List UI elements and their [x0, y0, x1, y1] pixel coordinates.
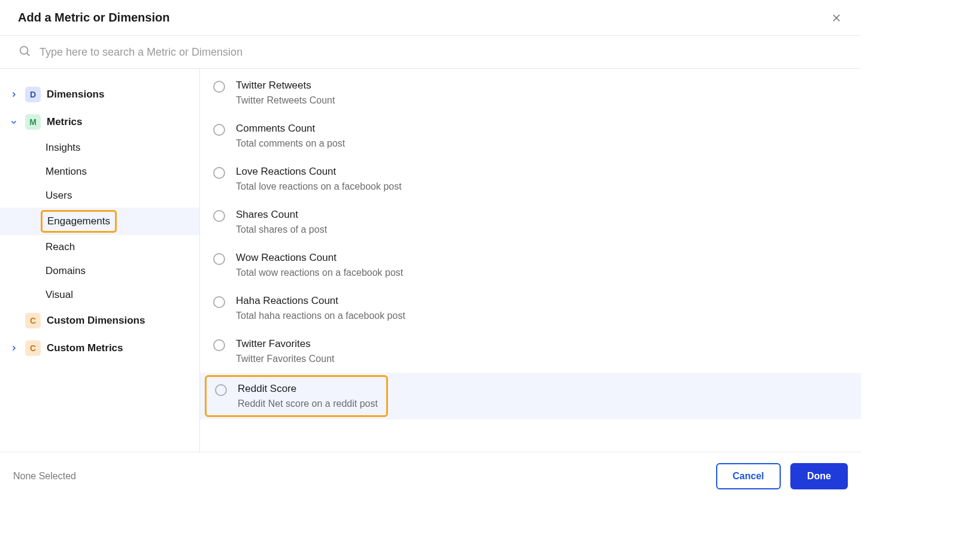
sidebar: D Dimensions M Metrics InsightsMentionsU… [0, 69, 200, 452]
svg-line-3 [27, 53, 29, 56]
metric-text: Comments CountTotal comments on a post [236, 123, 345, 149]
metric-title: Twitter Favorites [236, 338, 335, 350]
dimensions-badge: D [25, 87, 41, 102]
metric-description: Total wow reactions on a facebook post [236, 267, 403, 278]
metrics-badge: M [25, 114, 41, 130]
modal-title: Add a Metric or Dimension [18, 11, 169, 25]
metric-description: Total love reactions on a facebook post [236, 181, 402, 192]
metric-row[interactable]: Twitter FavoritesTwitter Favorites Count [200, 330, 861, 373]
sidebar-subitem-label: Insights [46, 142, 81, 153]
sidebar-subitem[interactable]: Users [0, 184, 199, 208]
metric-title: Reddit Score [238, 383, 378, 395]
radio-button[interactable] [213, 339, 225, 351]
radio-button[interactable] [213, 81, 225, 93]
cancel-button[interactable]: Cancel [716, 463, 781, 489]
metric-row[interactable]: Wow Reactions CountTotal wow reactions o… [200, 244, 861, 287]
metric-row[interactable]: Shares CountTotal shares of a post [200, 200, 861, 244]
metric-row[interactable]: Haha Reactions CountTotal haha reactions… [200, 287, 861, 330]
radio-button[interactable] [213, 124, 225, 136]
search-icon [18, 44, 31, 60]
sidebar-item-label: Custom Dimensions [47, 315, 145, 327]
custom-metrics-badge: C [25, 340, 41, 356]
selection-status: None Selected [13, 471, 76, 482]
metric-title: Comments Count [236, 123, 345, 135]
sidebar-item-custom-metrics[interactable]: C Custom Metrics [0, 334, 199, 362]
search-input[interactable] [40, 46, 843, 59]
radio-button[interactable] [213, 296, 225, 308]
custom-dimensions-badge: C [25, 313, 41, 328]
sidebar-subitem-label: Reach [46, 241, 75, 252]
sidebar-item-metrics[interactable]: M Metrics [0, 108, 199, 136]
sidebar-subitem-label: Mentions [46, 166, 87, 177]
metric-description: Total shares of a post [236, 224, 327, 235]
radio-button[interactable] [215, 384, 227, 396]
highlight-box: Engagements [41, 210, 117, 233]
sidebar-subitem-label: Visual [46, 289, 73, 300]
metric-text: Reddit ScoreReddit Net score on a reddit… [238, 383, 378, 409]
sidebar-subitem-label: Domains [46, 265, 86, 276]
metric-text: Love Reactions CountTotal love reactions… [236, 166, 402, 192]
sidebar-subitem[interactable]: Insights [0, 136, 199, 160]
sidebar-item-label: Dimensions [47, 89, 104, 101]
modal-footer: None Selected Cancel Done [0, 452, 861, 500]
modal-body: D Dimensions M Metrics InsightsMentionsU… [0, 69, 861, 452]
metric-description: Total haha reactions on a facebook post [236, 311, 405, 321]
sidebar-subitem[interactable]: Visual [0, 283, 199, 307]
sidebar-subitem-label: Engagements [47, 215, 110, 227]
metric-title: Shares Count [236, 209, 327, 221]
metric-row[interactable]: Twitter RetweetsTwitter Retweets Count [200, 71, 861, 114]
chevron-down-icon [8, 118, 19, 126]
metric-row[interactable]: Reddit ScoreReddit Net score on a reddit… [200, 373, 861, 419]
metrics-panel[interactable]: Twitter RetweetsTwitter Retweets CountCo… [200, 69, 861, 452]
metric-description: Twitter Favorites Count [236, 354, 335, 364]
metric-description: Twitter Retweets Count [236, 95, 335, 106]
metric-text: Twitter FavoritesTwitter Favorites Count [236, 338, 335, 364]
search-row [0, 36, 861, 69]
metric-title: Twitter Retweets [236, 80, 335, 92]
close-icon [831, 13, 842, 23]
sidebar-item-label: Metrics [47, 116, 83, 128]
sidebar-item-custom-dimensions[interactable]: C Custom Dimensions [0, 307, 199, 334]
modal-header: Add a Metric or Dimension [0, 0, 861, 36]
metric-row[interactable]: Comments CountTotal comments on a post [200, 114, 861, 157]
metric-description: Total comments on a post [236, 138, 345, 149]
done-button[interactable]: Done [790, 463, 848, 489]
metric-text: Shares CountTotal shares of a post [236, 209, 327, 235]
sidebar-item-dimensions[interactable]: D Dimensions [0, 81, 199, 108]
sidebar-subitem[interactable]: Mentions [0, 160, 199, 184]
metric-text: Twitter RetweetsTwitter Retweets Count [236, 80, 335, 106]
add-metric-modal: Add a Metric or Dimension D Dimensions [0, 0, 861, 500]
sidebar-subitem[interactable]: Domains [0, 259, 199, 283]
metric-row[interactable]: Love Reactions CountTotal love reactions… [200, 157, 861, 200]
metric-title: Haha Reactions Count [236, 295, 405, 307]
metric-text: Wow Reactions CountTotal wow reactions o… [236, 252, 403, 278]
chevron-right-icon [8, 345, 19, 352]
metric-title: Wow Reactions Count [236, 252, 403, 264]
close-button[interactable] [830, 11, 843, 25]
sidebar-subitem[interactable]: Reach [0, 235, 199, 259]
footer-actions: Cancel Done [716, 463, 848, 489]
sidebar-subitem-label: Users [46, 190, 72, 201]
radio-button[interactable] [213, 210, 225, 222]
metric-text: Haha Reactions CountTotal haha reactions… [236, 295, 405, 321]
highlight-box: Reddit ScoreReddit Net score on a reddit… [205, 375, 388, 417]
metric-description: Reddit Net score on a reddit post [238, 398, 378, 409]
radio-button[interactable] [213, 167, 225, 179]
radio-button[interactable] [213, 253, 225, 265]
sidebar-item-label: Custom Metrics [47, 342, 123, 354]
metric-title: Love Reactions Count [236, 166, 402, 178]
sidebar-subitem[interactable]: Engagements [0, 208, 199, 235]
svg-point-2 [20, 47, 28, 54]
chevron-right-icon [8, 91, 19, 98]
